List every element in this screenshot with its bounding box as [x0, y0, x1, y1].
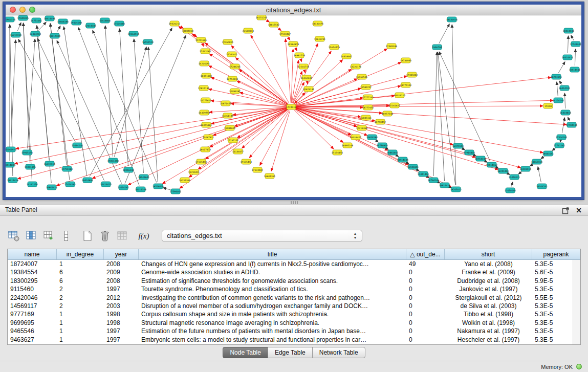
- graph-node[interactable]: 17485083: [406, 72, 418, 77]
- graph-node[interactable]: 19051345: [25, 164, 36, 169]
- table-row[interactable]: 969969511998Structural magnetic resonanc…: [8, 319, 580, 327]
- graph-node[interactable]: 18754144: [475, 156, 487, 161]
- graph-node[interactable]: 14339754: [199, 110, 210, 115]
- graph-node[interactable]: 12450144: [505, 188, 516, 193]
- column-header[interactable]: title: [139, 249, 406, 259]
- graph-node[interactable]: 18351800: [201, 73, 212, 78]
- graph-node[interactable]: 18914414: [439, 183, 451, 188]
- create-column-icon[interactable]: [42, 229, 55, 243]
- graph-node[interactable]: 16219154: [10, 32, 22, 37]
- table-row[interactable]: 1456911722003Disruption of a novel membe…: [8, 302, 580, 310]
- graph-node[interactable]: 18414034: [44, 16, 56, 21]
- graph-node[interactable]: 16162536: [356, 74, 368, 79]
- graph-node[interactable]: 17914414: [464, 150, 475, 155]
- graph-node[interactable]: 20629134: [303, 86, 315, 92]
- graph-node[interactable]: 22600814: [243, 28, 254, 33]
- graph-node[interactable]: 16845161: [360, 115, 372, 120]
- graph-node[interactable]: 19254421: [188, 169, 200, 174]
- graph-node[interactable]: 16551514: [142, 39, 154, 45]
- graph-node[interactable]: 16251243: [256, 15, 268, 20]
- graph-node[interactable]: 14162414: [531, 159, 543, 164]
- graph-node[interactable]: 10414441: [569, 67, 581, 72]
- graph-node[interactable]: 18441641: [542, 151, 554, 156]
- graph-node[interactable]: 18775103: [400, 82, 412, 87]
- graph-node[interactable]: 15915154: [21, 150, 33, 155]
- graph-node[interactable]: 14204091: [199, 61, 210, 66]
- tab-edge-table[interactable]: Edge Table: [268, 347, 313, 358]
- graph-node[interactable]: 19613231: [314, 36, 326, 41]
- close-panel-icon[interactable]: ✕: [576, 206, 582, 215]
- graph-node[interactable]: 12201665: [195, 37, 207, 42]
- graph-node[interactable]: 16941841: [407, 164, 419, 169]
- graph-node[interactable]: 17741162: [554, 143, 565, 148]
- graph-node[interactable]: 18518414: [153, 184, 164, 189]
- graph-node[interactable]: 12754184: [61, 166, 73, 171]
- graph-node[interactable]: 16841441: [387, 150, 399, 155]
- new-network-icon[interactable]: [81, 229, 94, 243]
- column-header[interactable]: in_degree: [57, 249, 104, 259]
- table-row[interactable]: 1830029562008Estimation of significance …: [8, 277, 580, 285]
- import-table-icon[interactable]: [116, 229, 129, 243]
- graph-node[interactable]: 18130474: [312, 21, 324, 26]
- graph-node[interactable]: 14275612: [200, 98, 212, 103]
- graph-node[interactable]: 18017404: [49, 33, 61, 38]
- graph-node[interactable]: 10099187: [229, 89, 241, 94]
- table-selector-combobox[interactable]: citations_edges.txt ▲▼: [162, 230, 362, 242]
- float-panel-icon[interactable]: [562, 207, 570, 214]
- graph-node[interactable]: 16219414: [44, 161, 56, 166]
- graph-node[interactable]: 14618462: [341, 54, 353, 59]
- graph-node[interactable]: 18141641: [138, 174, 150, 180]
- graph-node[interactable]: 15960154: [6, 17, 15, 22]
- graph-node[interactable]: 16941414: [520, 166, 532, 171]
- graph-node[interactable]: 16154364: [179, 178, 191, 183]
- graph-node[interactable]: 19051348: [107, 158, 119, 163]
- graph-node[interactable]: 19414804: [82, 178, 94, 183]
- graph-node[interactable]: 19414162: [486, 162, 498, 167]
- column-header[interactable]: year: [104, 249, 139, 259]
- graph-node[interactable]: 19320212: [169, 21, 181, 26]
- graph-node[interactable]: 10750452: [375, 119, 386, 124]
- graph-node[interactable]: 16016210: [394, 93, 406, 98]
- table-row[interactable]: 977716911998Corpus callosum shape and si…: [8, 310, 580, 318]
- graph-node[interactable]: 12754118: [227, 76, 238, 81]
- graph-node[interactable]: 18804018: [182, 28, 194, 33]
- graph-node[interactable]: 18130414: [446, 17, 458, 22]
- graph-node[interactable]: 17125440: [195, 159, 207, 164]
- graph-node[interactable]: 19245012: [450, 187, 462, 192]
- graph-node[interactable]: 12483214: [30, 31, 41, 36]
- graph-node[interactable]: 18777450: [362, 105, 374, 110]
- graph-node[interactable]: 17504144: [556, 135, 568, 140]
- graph-node[interactable]: 12815134: [198, 85, 210, 91]
- graph-node[interactable]: 16144241: [536, 184, 548, 189]
- graph-node[interactable]: 18414441: [563, 28, 575, 33]
- table-row[interactable]: 1872400712008Changes of HCN gene express…: [8, 260, 580, 268]
- graph-node[interactable]: 12450121: [509, 174, 520, 180]
- table-row[interactable]: 946362711997Embryonic stem cells: a mode…: [8, 336, 580, 344]
- graph-node[interactable]: 18914144: [397, 157, 409, 162]
- graph-node[interactable]: 13738914: [377, 143, 388, 148]
- graph-node[interactable]: 10614184: [366, 135, 378, 140]
- graph-node[interactable]: 17504084: [114, 21, 125, 26]
- graph-node[interactable]: 20414162: [118, 185, 129, 190]
- window-titlebar[interactable]: citations_edges.txt: [6, 5, 581, 15]
- graph-node[interactable]: 18414418: [7, 178, 19, 183]
- graph-node[interactable]: 16014148: [135, 187, 147, 192]
- graph-node[interactable]: 17442085: [200, 49, 211, 54]
- graph-node[interactable]: 16794148: [428, 178, 440, 183]
- graph-node[interactable]: 25166920: [6, 147, 16, 152]
- graph-node[interactable]: 17554467: [279, 31, 291, 36]
- graph-node[interactable]: 17414162: [64, 182, 76, 187]
- graph-node[interactable]: 16916142: [123, 167, 135, 172]
- graph-node[interactable]: 14260021: [226, 52, 238, 57]
- graph-node[interactable]: 18017473: [200, 147, 211, 152]
- graph-node[interactable]: 12441414: [418, 171, 429, 177]
- graph-node[interactable]: 15081655: [224, 125, 236, 130]
- column-header[interactable]: short: [445, 249, 532, 259]
- table-vertical-scrollbar[interactable]: [573, 260, 580, 344]
- graph-node[interactable]: 17237254: [227, 138, 239, 143]
- graph-node[interactable]: 16162615: [301, 75, 313, 80]
- graph-node[interactable]: 15134454: [332, 150, 343, 155]
- graph-node[interactable]: 22260815: [222, 39, 234, 45]
- graph-node[interactable]: 17284205: [229, 64, 241, 69]
- graph-node[interactable]: 17485039: [386, 43, 398, 49]
